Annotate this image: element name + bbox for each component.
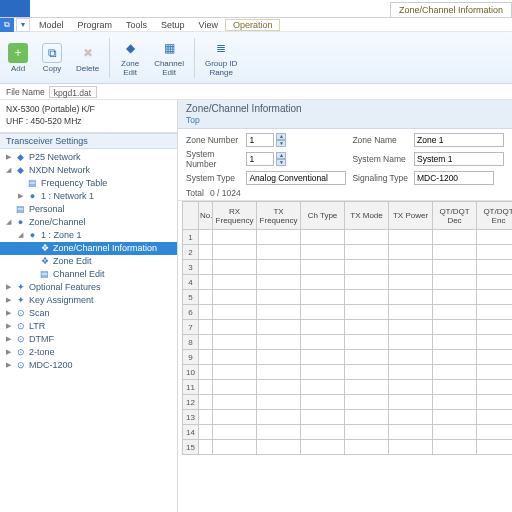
- radio-info: NX-5300 (Portable) K/F UHF : 450-520 MHz: [0, 100, 177, 133]
- system-type-select[interactable]: [246, 171, 346, 185]
- channel-grid[interactable]: No.RX FrequencyTX FrequencyCh TypeTX Mod…: [182, 201, 512, 455]
- tree-node[interactable]: ◢●Zone/Channel: [0, 216, 177, 229]
- system-name-input[interactable]: [414, 152, 504, 166]
- col-header[interactable]: QT/DQT Enc: [477, 202, 513, 230]
- top-tab-zci[interactable]: Zone/Channel Information: [390, 2, 512, 17]
- tree-node[interactable]: ▶⊙Scan: [0, 307, 177, 320]
- file-name: kpgd1.dat: [49, 86, 97, 98]
- total-label: Total: [186, 188, 204, 198]
- zone-number-input[interactable]: [246, 133, 274, 147]
- table-row[interactable]: 8: [183, 335, 513, 350]
- col-header[interactable]: [183, 202, 199, 230]
- table-row[interactable]: 14: [183, 425, 513, 440]
- table-row[interactable]: 9: [183, 350, 513, 365]
- col-header[interactable]: TX Mode: [345, 202, 389, 230]
- menu-view[interactable]: View: [192, 20, 225, 30]
- zone-form: Zone Number ▲▼ Zone Name System Number ▲…: [178, 129, 512, 187]
- delete-button: ✖Delete: [72, 41, 103, 75]
- system-number-spinner[interactable]: ▲▼: [276, 152, 286, 166]
- tree-node[interactable]: ▶◆P25 Network: [0, 151, 177, 164]
- menu-operation[interactable]: Operation: [225, 19, 281, 31]
- menu-model[interactable]: Model: [32, 20, 71, 30]
- signaling-type-select[interactable]: [414, 171, 494, 185]
- panel-title: Zone/Channel Information: [186, 103, 504, 114]
- tree-node[interactable]: ▶⊙MDC-1200: [0, 359, 177, 372]
- add-button[interactable]: ＋Add: [4, 41, 32, 75]
- system-type-label: System Type: [186, 173, 240, 183]
- table-row[interactable]: 4: [183, 275, 513, 290]
- sidebar: NX-5300 (Portable) K/F UHF : 450-520 MHz…: [0, 100, 178, 512]
- menu-program[interactable]: Program: [71, 20, 120, 30]
- window-controls[interactable]: [0, 0, 30, 17]
- tree-node[interactable]: ◢●1 : Zone 1: [0, 229, 177, 242]
- system-name-label: System Name: [352, 154, 408, 164]
- top-link[interactable]: Top: [186, 115, 200, 128]
- tree-node[interactable]: ▶⊙2-tone: [0, 346, 177, 359]
- zone-name-label: Zone Name: [352, 135, 408, 145]
- transceiver-header: Transceiver Settings: [0, 133, 177, 149]
- table-row[interactable]: 5: [183, 290, 513, 305]
- table-row[interactable]: 7: [183, 320, 513, 335]
- tree-node[interactable]: ◢◆NXDN Network: [0, 164, 177, 177]
- nav-tree[interactable]: ▶◆P25 Network◢◆NXDN Network▤Frequency Ta…: [0, 149, 177, 512]
- radio-band: UHF : 450-520 MHz: [6, 116, 171, 128]
- radio-model: NX-5300 (Portable) K/F: [6, 104, 171, 116]
- file-label: File Name: [6, 87, 45, 97]
- col-header[interactable]: RX Frequency: [213, 202, 257, 230]
- table-row[interactable]: 13: [183, 410, 513, 425]
- col-header[interactable]: No.: [199, 202, 213, 230]
- tree-node[interactable]: ❖Zone Edit: [0, 255, 177, 268]
- ribbon: ＋Add ⧉Copy ✖Delete ◆Zone Edit ▦Channel E…: [0, 32, 512, 84]
- panel-header: Zone/Channel Information Top: [178, 100, 512, 129]
- col-header[interactable]: TX Frequency: [257, 202, 301, 230]
- tree-node[interactable]: ▶✦Optional Features: [0, 281, 177, 294]
- col-header[interactable]: QT/DQT Dec: [433, 202, 477, 230]
- tree-node[interactable]: ▶⊙LTR: [0, 320, 177, 333]
- table-row[interactable]: 2: [183, 245, 513, 260]
- tree-node[interactable]: ▤Frequency Table: [0, 177, 177, 190]
- tree-node[interactable]: ▶✦Key Assignment: [0, 294, 177, 307]
- tree-node[interactable]: ▤Personal: [0, 203, 177, 216]
- table-row[interactable]: 3: [183, 260, 513, 275]
- tree-node[interactable]: ▤Channel Edit: [0, 268, 177, 281]
- menu-tools[interactable]: Tools: [119, 20, 154, 30]
- zone-number-spinner[interactable]: ▲▼: [276, 133, 286, 147]
- col-header[interactable]: Ch Type: [301, 202, 345, 230]
- col-header[interactable]: TX Power: [389, 202, 433, 230]
- tree-node[interactable]: ▶●1 : Network 1: [0, 190, 177, 203]
- total-value: 0 / 1024: [210, 188, 241, 198]
- file-bar: File Name kpgd1.dat: [0, 84, 512, 100]
- zone-number-label: Zone Number: [186, 135, 240, 145]
- system-number-label: System Number: [186, 149, 240, 169]
- channel-edit-button[interactable]: ▦Channel Edit: [150, 36, 188, 79]
- menu-setup[interactable]: Setup: [154, 20, 192, 30]
- table-row[interactable]: 12: [183, 395, 513, 410]
- table-row[interactable]: 6: [183, 305, 513, 320]
- table-row[interactable]: 11: [183, 380, 513, 395]
- table-row[interactable]: 1: [183, 230, 513, 245]
- groupid-range-button[interactable]: ≣Group ID Range: [201, 36, 241, 79]
- table-row[interactable]: 15: [183, 440, 513, 455]
- zone-edit-button[interactable]: ◆Zone Edit: [116, 36, 144, 79]
- table-row[interactable]: 10: [183, 365, 513, 380]
- system-number-input[interactable]: [246, 152, 274, 166]
- zone-name-input[interactable]: [414, 133, 504, 147]
- signaling-type-label: Signaling Type: [352, 173, 408, 183]
- save-icon[interactable]: ▾: [16, 18, 30, 32]
- app-icon: ⧉: [0, 18, 14, 32]
- tree-node[interactable]: ▶⊙DTMF: [0, 333, 177, 346]
- copy-button[interactable]: ⧉Copy: [38, 41, 66, 75]
- tree-node[interactable]: ❖Zone/Channel Information: [0, 242, 177, 255]
